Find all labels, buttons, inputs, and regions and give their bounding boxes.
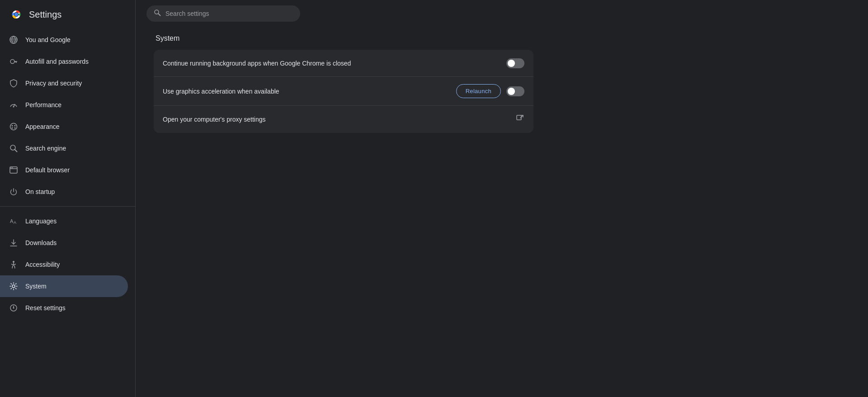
key-icon (9, 57, 18, 66)
sidebar-item-search-engine[interactable]: Search engine (0, 137, 128, 159)
sidebar-item-label: Accessibility (25, 261, 60, 268)
sidebar-item-performance[interactable]: Performance (0, 94, 128, 116)
sidebar-item-default-browser[interactable]: Default browser (0, 159, 128, 181)
external-link-icon (515, 114, 524, 125)
main-content: System Continue running background apps … (136, 0, 868, 397)
sidebar-header: Settings (0, 0, 135, 29)
sidebar-item-you-and-google[interactable]: You and Google (0, 29, 128, 51)
system-icon (9, 282, 18, 291)
svg-point-11 (13, 106, 14, 108)
sidebar: Settings You and Google (0, 0, 136, 397)
sidebar-item-label: Performance (25, 101, 61, 109)
sidebar-item-label: System (25, 283, 47, 290)
background-apps-toggle[interactable] (506, 58, 524, 68)
sidebar-item-label: Downloads (25, 239, 57, 246)
chrome-logo-icon (9, 7, 24, 22)
svg-point-6 (10, 60, 14, 64)
sidebar-item-label: Languages (25, 217, 57, 225)
graphics-acceleration-label: Use graphics acceleration when available (163, 88, 456, 95)
sidebar-item-label: On startup (25, 188, 55, 195)
svg-point-14 (14, 125, 16, 127)
sidebar-item-label: You and Google (25, 36, 71, 43)
svg-point-31 (13, 307, 14, 309)
svg-point-22 (12, 167, 13, 168)
toggle-thumb (508, 60, 515, 67)
translate-icon: A A (9, 217, 18, 226)
shield-icon (9, 79, 18, 88)
proxy-settings-label: Open your computer's proxy settings (163, 116, 515, 123)
sidebar-item-label: Autofill and passwords (25, 58, 89, 65)
power-icon (9, 187, 18, 196)
toggle-track (506, 58, 524, 68)
download-icon (9, 238, 18, 247)
setting-row-graphics: Use graphics acceleration when available… (154, 77, 533, 106)
svg-point-12 (10, 123, 17, 130)
sidebar-nav: You and Google Autofill and passwords (0, 29, 135, 397)
sidebar-item-languages[interactable]: A A Languages (0, 210, 128, 232)
svg-text:A: A (14, 220, 16, 225)
toggle-track (506, 86, 524, 96)
svg-point-21 (11, 167, 12, 168)
palette-icon (9, 122, 18, 131)
sidebar-item-accessibility[interactable]: Accessibility (0, 254, 128, 275)
sidebar-item-on-startup[interactable]: On startup (0, 181, 128, 203)
accessibility-icon (9, 260, 18, 269)
reset-icon (9, 303, 18, 312)
sidebar-item-system[interactable]: System (0, 275, 128, 297)
svg-point-4 (14, 13, 18, 16)
background-apps-actions (506, 58, 524, 68)
search-input[interactable] (165, 10, 293, 17)
svg-point-28 (12, 285, 15, 288)
sidebar-item-label: Search engine (25, 145, 66, 152)
search-icon (9, 144, 18, 153)
sidebar-item-label: Appearance (25, 123, 60, 130)
sidebar-item-reset-settings[interactable]: Reset settings (0, 297, 128, 319)
relaunch-button[interactable]: Relaunch (456, 84, 501, 98)
svg-line-18 (15, 150, 17, 152)
svg-point-15 (12, 128, 13, 129)
search-box[interactable] (146, 5, 300, 22)
proxy-settings-actions (515, 114, 524, 125)
browser-icon (9, 165, 18, 175)
background-apps-label: Continue running background apps when Go… (163, 60, 506, 67)
speedometer-icon (9, 100, 18, 109)
svg-point-26 (13, 261, 14, 263)
svg-point-13 (12, 125, 13, 127)
graphics-acceleration-actions: Relaunch (456, 84, 524, 98)
app-title: Settings (29, 9, 61, 20)
nav-divider (0, 206, 135, 207)
svg-point-16 (14, 128, 16, 129)
settings-card: Continue running background apps when Go… (154, 50, 533, 133)
google-icon (9, 35, 18, 44)
svg-text:A: A (10, 218, 14, 224)
content-area: System Continue running background apps … (136, 27, 868, 397)
sidebar-item-privacy[interactable]: Privacy and security (0, 72, 128, 94)
setting-row-background-apps: Continue running background apps when Go… (154, 50, 533, 77)
search-icon (154, 9, 161, 18)
graphics-acceleration-toggle[interactable] (506, 86, 524, 96)
sidebar-item-autofill[interactable]: Autofill and passwords (0, 51, 128, 72)
section-title: System (154, 34, 850, 43)
toggle-thumb (508, 88, 515, 95)
topbar (136, 0, 868, 27)
sidebar-item-downloads[interactable]: Downloads (0, 232, 128, 254)
sidebar-item-appearance[interactable]: Appearance (0, 116, 128, 137)
sidebar-item-label: Default browser (25, 166, 70, 174)
sidebar-item-label: Privacy and security (25, 80, 82, 87)
sidebar-item-label: Reset settings (25, 304, 66, 312)
svg-line-33 (158, 14, 160, 16)
setting-row-proxy[interactable]: Open your computer's proxy settings (154, 106, 533, 133)
